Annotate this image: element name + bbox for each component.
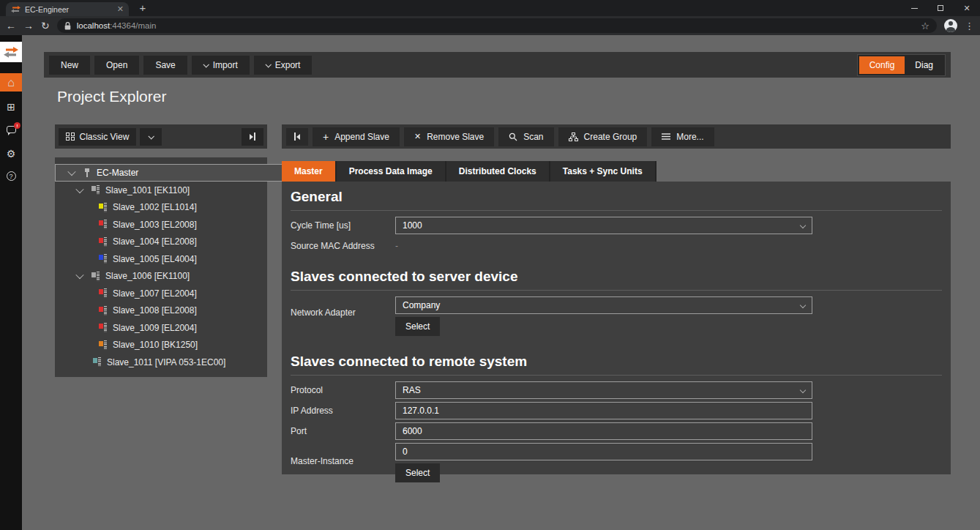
nav-messages[interactable]: ! [0, 120, 22, 138]
tree-item[interactable]: Slave_1002 [EL1014] [55, 199, 267, 217]
bookmark-star-icon[interactable]: ☆ [921, 20, 929, 31]
open-button[interactable]: Open [94, 56, 139, 75]
tree-expand-icon[interactable] [75, 185, 83, 193]
browser-tab-title: EC-Engineer [25, 5, 113, 14]
tree-expand-icon[interactable] [67, 168, 75, 176]
lock-icon [64, 22, 71, 30]
port-input[interactable] [395, 422, 812, 440]
scan-button[interactable]: Scan [498, 127, 553, 146]
chevron-down-icon [265, 61, 271, 67]
protocol-label: Protocol [291, 381, 395, 399]
ec-engineer-logo [0, 42, 22, 62]
tree-item[interactable]: Slave_1010 [BK1250] [55, 337, 267, 354]
slave-icon [91, 272, 100, 281]
nav-home[interactable]: ⌂ [0, 73, 22, 92]
nav-rail: ⌂ ⊞ ! ⚙ ? [0, 35, 22, 530]
tab-process-data-image[interactable]: Process Data Image [337, 161, 446, 182]
profile-avatar[interactable] [944, 19, 957, 32]
forward-icon[interactable]: → [23, 20, 34, 31]
classic-view-button[interactable]: Classic View [59, 128, 136, 146]
ip-address-input[interactable] [395, 402, 812, 419]
source-mac-value: - [395, 237, 398, 251]
app-window: ⌂ ⊞ ! ⚙ ? New Open Save Import Export Co… [0, 35, 980, 530]
tree-toolbar: Classic View [55, 124, 267, 149]
protocol-select[interactable]: RAS [395, 381, 812, 399]
new-tab-button[interactable]: + [136, 1, 149, 14]
slave-icon [99, 220, 107, 229]
search-icon [509, 132, 517, 141]
notification-badge: ! [14, 122, 20, 129]
master-tab-panel: General Cycle Time [us] 1000 Source MAC … [282, 182, 951, 474]
gear-icon: ⚙ [7, 148, 16, 160]
group-hierarchy-icon [569, 132, 578, 141]
tree-item[interactable]: Slave_1004 [EL2008] [55, 234, 267, 251]
ip-address-label: IP Address [291, 402, 395, 419]
collapse-tree-button[interactable] [286, 128, 308, 146]
save-button[interactable]: Save [143, 56, 187, 75]
browser-tab[interactable]: EC-Engineer ✕ [6, 2, 129, 16]
browser-menu-icon[interactable]: ⋮ [965, 20, 974, 31]
tree-item[interactable]: Slave_1011 [VIPA 053-1EC00] [55, 354, 267, 371]
tree-item[interactable]: Slave_1008 [EL2008] [55, 302, 267, 320]
config-mode-button[interactable]: Config [859, 56, 905, 74]
back-icon[interactable]: ← [6, 20, 16, 31]
minimize-icon[interactable] [901, 0, 927, 16]
restore-icon[interactable] [927, 0, 954, 16]
new-button[interactable]: New [49, 56, 90, 75]
nav-grid[interactable]: ⊞ [0, 97, 22, 116]
slave-icon [99, 237, 107, 247]
close-icon[interactable]: ✕ [954, 0, 980, 16]
master-instance-input[interactable] [395, 443, 812, 460]
plus-icon: + [323, 133, 329, 141]
mode-switcher: Config Diag [857, 54, 946, 76]
url-text: localhost:44364/main [77, 21, 916, 30]
create-group-button[interactable]: Create Group [558, 127, 648, 146]
nav-settings[interactable]: ⚙ [0, 144, 22, 163]
slave-icon [99, 288, 107, 298]
tree-item[interactable]: Slave_1007 [EL2004] [55, 285, 267, 302]
append-slave-button[interactable]: +Append Slave [313, 127, 400, 146]
detail-tabs: Master Process Data Image Distributed Cl… [282, 161, 657, 182]
address-bar[interactable]: localhost:44364/main ☆ [57, 18, 937, 33]
tree-expand-icon[interactable] [75, 271, 83, 279]
slave-icon [91, 185, 100, 195]
import-button[interactable]: Import [192, 56, 250, 75]
diag-mode-button[interactable]: Diag [905, 56, 943, 74]
favicon-ec-engineer-icon [11, 6, 20, 13]
menu-lines-icon [662, 133, 670, 140]
collapse-left-icon [294, 132, 300, 141]
grid-icon: ⊞ [7, 101, 15, 113]
view-dropdown-button[interactable] [140, 128, 162, 146]
tree-item[interactable]: Slave_1001 [EK1100] [55, 182, 267, 199]
view-grid-icon [66, 132, 75, 141]
port-label: Port [291, 422, 395, 440]
tab-close-icon[interactable]: ✕ [117, 4, 124, 14]
chevron-down-icon [800, 387, 806, 393]
network-adapter-select-button[interactable]: Select [395, 317, 440, 336]
tree-item[interactable]: Slave_1003 [EL2008] [55, 216, 267, 234]
cycle-time-select[interactable]: 1000 [395, 217, 812, 234]
more-button[interactable]: More... [651, 127, 714, 146]
cycle-time-label: Cycle Time [us] [291, 217, 395, 234]
network-adapter-select[interactable]: Company [395, 296, 812, 314]
collapse-panel-button[interactable] [242, 128, 263, 146]
server-device-heading: Slaves connected to server device [291, 266, 942, 291]
nav-help[interactable]: ? [0, 167, 22, 185]
remove-slave-button[interactable]: ✕Remove Slave [404, 127, 494, 146]
network-adapter-label: Network Adapter [291, 296, 395, 336]
tab-distributed-clocks[interactable]: Distributed Clocks [446, 161, 550, 182]
tab-master[interactable]: Master [282, 161, 337, 182]
remote-system-heading: Slaves connected to remote system [291, 351, 942, 376]
browser-tabstrip: EC-Engineer ✕ + ✕ [0, 0, 980, 16]
browser-toolbar: ← → ↻ localhost:44364/main ☆ ⋮ [0, 16, 980, 35]
export-button[interactable]: Export [254, 56, 313, 75]
page-title: Project Explorer [57, 88, 166, 105]
master-instance-select-button[interactable]: Select [395, 463, 440, 482]
tree-item[interactable]: Slave_1005 [EL4004] [55, 250, 267, 268]
tab-tasks-sync-units[interactable]: Tasks + Sync Units [550, 161, 657, 182]
slave-toolbar: +Append Slave ✕Remove Slave Scan Create … [282, 124, 951, 149]
reload-icon[interactable]: ↻ [41, 20, 50, 31]
master-instance-label: Master-Instance [291, 443, 395, 482]
tree-item[interactable]: Slave_1009 [EL2004] [55, 319, 267, 337]
tree-item[interactable]: Slave_1006 [EK1100] [55, 268, 267, 285]
